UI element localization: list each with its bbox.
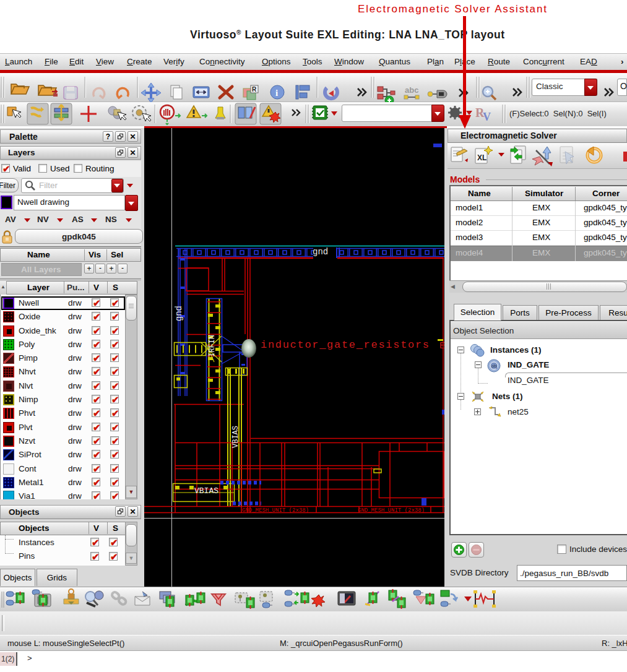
svg-text:abc: abc <box>405 85 418 95</box>
svg-text:R: R <box>252 86 257 93</box>
svg-text:XL: XL <box>477 153 486 162</box>
svg-text:i: i <box>275 88 278 98</box>
svg-text:obj: obj <box>491 364 498 369</box>
svg-text:V: V <box>483 111 491 123</box>
